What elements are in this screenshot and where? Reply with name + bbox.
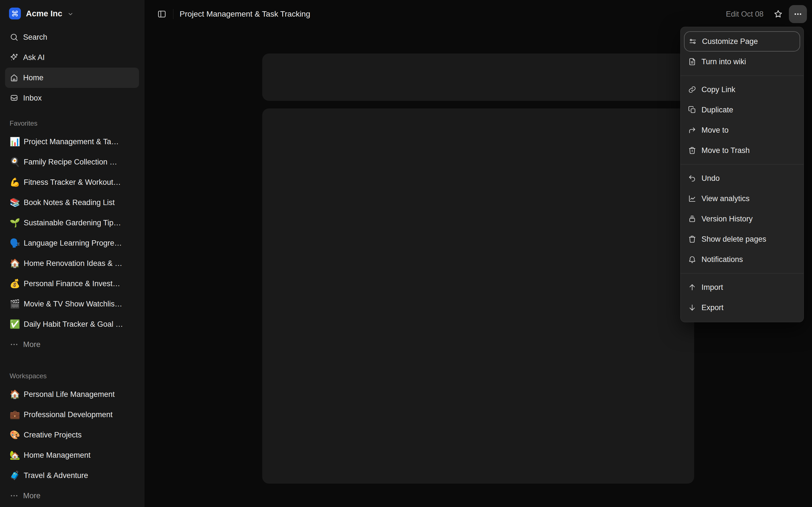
favorite-item-fitness-tracker[interactable]: 💪 Fitness Tracker & Workout… xyxy=(5,172,139,192)
favorite-item-label: Daily Habit Tracker & Goal … xyxy=(24,320,123,329)
sidebar-item-ask-ai[interactable]: Ask AI xyxy=(5,47,139,68)
menu-divider xyxy=(680,164,804,165)
favorite-item-label: Language Learning Progre… xyxy=(24,239,122,247)
workspace-switcher[interactable]: Acme Inc xyxy=(5,0,139,27)
sidebar-toggle-button[interactable] xyxy=(154,6,170,22)
command-icon xyxy=(11,10,18,17)
menu-item-undo[interactable]: Undo xyxy=(684,168,800,188)
menu-item-move-to-trash[interactable]: Move to Trash xyxy=(684,140,800,161)
favorite-item-label: Movie & TV Show Watchlis… xyxy=(24,300,122,308)
menu-item-copy-link[interactable]: Copy Link xyxy=(684,79,800,100)
header-divider xyxy=(173,9,173,19)
page-emoji: ✅ xyxy=(10,320,19,328)
page-emoji: 🏡 xyxy=(10,451,19,459)
favorite-item-project-management[interactable]: 📊 Project Management & Ta… xyxy=(5,131,139,152)
menu-item-version-history[interactable]: Version History xyxy=(684,209,800,229)
favorite-star-button[interactable] xyxy=(770,6,786,22)
arrow-up-icon xyxy=(688,283,696,291)
move-to-icon xyxy=(688,126,696,134)
page-emoji: 🧳 xyxy=(10,471,19,480)
favorites-more-button[interactable]: More xyxy=(5,334,139,355)
workspace-item-label: Creative Projects xyxy=(24,431,82,439)
page-emoji: 📊 xyxy=(10,137,19,146)
menu-item-turn-into-wiki[interactable]: Turn into wiki xyxy=(684,52,800,72)
ellipsis-icon xyxy=(10,340,18,349)
menu-item-label: Copy Link xyxy=(702,86,735,94)
page-emoji: 📚 xyxy=(10,198,19,207)
favorite-item-movie-watchlist[interactable]: 🎬 Movie & TV Show Watchlis… xyxy=(5,294,139,314)
workspace-item-personal-life[interactable]: 🏠 Personal Life Management xyxy=(5,384,139,404)
menu-item-label: Move to xyxy=(702,126,728,135)
favorite-item-label: Sustainable Gardening Tip… xyxy=(24,219,121,227)
workspace-item-label: Professional Development xyxy=(24,410,112,419)
favorite-item-personal-finance[interactable]: 💰 Personal Finance & Invest… xyxy=(5,274,139,294)
workspace-name: Acme Inc xyxy=(26,9,62,18)
sparkles-icon xyxy=(10,53,18,62)
more-label: More xyxy=(23,492,41,500)
favorite-item-label: Project Management & Ta… xyxy=(24,137,119,146)
page-title: Project Management & Task Tracking xyxy=(180,10,310,18)
chevron-down-icon xyxy=(67,11,73,17)
favorite-item-label: Home Renovation Ideas & … xyxy=(24,259,122,268)
workspace-item-label: Home Management xyxy=(24,451,91,460)
sidebar-item-label: Home xyxy=(23,73,43,82)
favorite-item-label: Personal Finance & Invest… xyxy=(24,279,120,288)
menu-item-label: Notifications xyxy=(702,255,743,264)
menu-section-transfer: Import Export xyxy=(680,276,804,319)
page-emoji: 🌱 xyxy=(10,219,19,227)
menu-item-label: View analytics xyxy=(702,194,750,203)
favorites-list: 📊 Project Management & Ta… 🍳 Family Reci… xyxy=(0,131,144,355)
favorite-item-habit-tracker[interactable]: ✅ Daily Habit Tracker & Goal … xyxy=(5,314,139,334)
workspaces-more-button[interactable]: More xyxy=(5,486,139,506)
page-options-button[interactable] xyxy=(789,5,807,23)
menu-item-duplicate[interactable]: Duplicate xyxy=(684,100,800,120)
menu-item-label: Customize Page xyxy=(702,37,758,46)
page-emoji: 🎬 xyxy=(10,300,19,308)
star-icon xyxy=(773,9,783,19)
sidebar-item-inbox[interactable]: Inbox xyxy=(5,88,139,108)
menu-item-import[interactable]: Import xyxy=(684,277,800,297)
workspaces-section-label: Workspaces xyxy=(5,369,139,383)
favorite-item-gardening-tips[interactable]: 🌱 Sustainable Gardening Tip… xyxy=(5,213,139,233)
menu-section-actions: Copy Link Duplicate Move to Move to Tras… xyxy=(680,78,804,162)
sidebar-item-home[interactable]: Home xyxy=(5,68,139,88)
menu-item-notifications[interactable]: Notifications xyxy=(684,249,800,270)
workspace-item-professional-dev[interactable]: 💼 Professional Development xyxy=(5,404,139,425)
duplicate-icon xyxy=(688,106,696,114)
menu-item-move-to[interactable]: Move to xyxy=(684,120,800,140)
menu-item-label: Move to Trash xyxy=(702,146,750,155)
menu-item-show-delete-pages[interactable]: Show delete pages xyxy=(684,229,800,249)
menu-item-customize-page[interactable]: Customize Page xyxy=(684,31,800,52)
favorite-item-label: Book Notes & Reading List xyxy=(24,198,115,207)
header-actions: Edit Oct 08 xyxy=(726,5,807,23)
workspace-item-home-management[interactable]: 🏡 Home Management xyxy=(5,445,139,465)
link-icon xyxy=(688,86,696,94)
favorite-item-home-renovation[interactable]: 🏠 Home Renovation Ideas & … xyxy=(5,253,139,274)
page-emoji: 💪 xyxy=(10,178,19,186)
sidebar-item-search[interactable]: Search xyxy=(5,27,139,47)
trash-icon xyxy=(688,146,696,155)
menu-item-label: Show delete pages xyxy=(702,235,766,244)
page-emoji: 🗣️ xyxy=(10,239,19,247)
page-emoji: 🍳 xyxy=(10,158,19,166)
menu-item-view-analytics[interactable]: View analytics xyxy=(684,188,800,209)
page-emoji: 💰 xyxy=(10,279,19,288)
menu-item-label: Duplicate xyxy=(702,106,733,114)
workspace-item-creative-projects[interactable]: 🎨 Creative Projects xyxy=(5,425,139,445)
workspace-item-travel-adventure[interactable]: 🧳 Travel & Adventure xyxy=(5,465,139,486)
favorite-item-language-learning[interactable]: 🗣️ Language Learning Progre… xyxy=(5,233,139,253)
sidebar-item-label: Search xyxy=(23,33,47,42)
inbox-icon xyxy=(10,94,18,103)
menu-section-page: Customize Page Turn into wiki xyxy=(680,30,804,73)
favorite-item-family-recipes[interactable]: 🍳 Family Recipe Collection … xyxy=(5,152,139,172)
menu-item-export[interactable]: Export xyxy=(684,297,800,318)
workspaces-list: 🏠 Personal Life Management 💼 Professiona… xyxy=(0,384,144,506)
page-emoji: 🎨 xyxy=(10,431,19,439)
home-icon xyxy=(10,73,18,82)
favorite-item-book-notes[interactable]: 📚 Book Notes & Reading List xyxy=(5,192,139,213)
document-icon xyxy=(688,57,696,66)
bell-icon xyxy=(688,255,696,264)
workspace-item-label: Travel & Adventure xyxy=(24,471,88,480)
content-placeholder-block-2 xyxy=(262,108,694,484)
favorites-section-label: Favorites xyxy=(5,117,139,130)
